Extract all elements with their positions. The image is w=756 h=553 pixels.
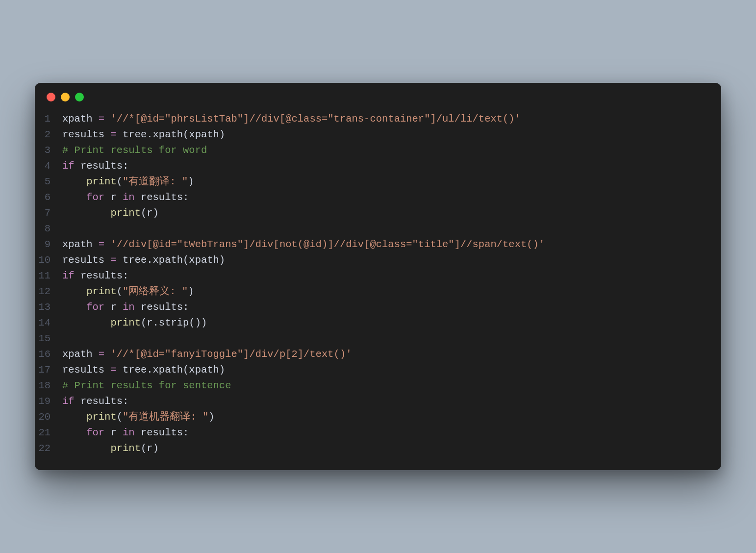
- line-content: # Print results for sentence: [62, 378, 721, 394]
- code-line: 7 print(r): [35, 205, 721, 221]
- code-line: 18# Print results for sentence: [35, 378, 721, 394]
- code-line: 21 for r in results:: [35, 425, 721, 441]
- line-content: print(r): [62, 441, 721, 456]
- line-number: 2: [35, 127, 62, 143]
- line-content: print("网络释义: "): [62, 284, 721, 300]
- line-number: 13: [35, 300, 62, 315]
- line-content: xpath = '//*[@id="phrsListTab"]//div[@cl…: [62, 111, 721, 127]
- line-content: print("有道翻译: "): [62, 174, 721, 190]
- line-content: if results:: [62, 158, 721, 174]
- code-line: 22 print(r): [35, 441, 721, 456]
- line-number: 12: [35, 284, 62, 300]
- line-number: 15: [35, 331, 62, 347]
- line-number: 3: [35, 143, 62, 158]
- line-number: 17: [35, 362, 62, 378]
- code-line: 13 for r in results:: [35, 300, 721, 315]
- code-line: 2results = tree.xpath(xpath): [35, 127, 721, 143]
- code-line: 8: [35, 221, 721, 237]
- maximize-button[interactable]: [75, 93, 84, 101]
- close-button[interactable]: [47, 93, 55, 101]
- line-number: 18: [35, 378, 62, 394]
- line-content: if results:: [62, 394, 721, 409]
- code-line: 20 print("有道机器翻译: "): [35, 409, 721, 425]
- code-line: 9xpath = '//div[@id="tWebTrans"]/div[not…: [35, 237, 721, 252]
- line-number: 19: [35, 394, 62, 409]
- line-number: 10: [35, 252, 62, 268]
- line-number: 21: [35, 425, 62, 441]
- code-line: 17results = tree.xpath(xpath): [35, 362, 721, 378]
- line-number: 1: [35, 111, 62, 127]
- code-line: 1xpath = '//*[@id="phrsListTab"]//div[@c…: [35, 111, 721, 127]
- code-line: 4if results:: [35, 158, 721, 174]
- line-content: print("有道机器翻译: "): [62, 409, 721, 425]
- line-content: xpath = '//div[@id="tWebTrans"]/div[not(…: [62, 237, 721, 252]
- line-number: 22: [35, 441, 62, 456]
- line-number: 4: [35, 158, 62, 174]
- line-content: print(r): [62, 205, 721, 221]
- code-line: 5 print("有道翻译: "): [35, 174, 721, 190]
- line-number: 11: [35, 268, 62, 284]
- code-line: 14 print(r.strip()): [35, 315, 721, 331]
- line-number: 9: [35, 237, 62, 252]
- line-content: results = tree.xpath(xpath): [62, 362, 721, 378]
- line-number: 7: [35, 205, 62, 221]
- code-line: 10results = tree.xpath(xpath): [35, 252, 721, 268]
- minimize-button[interactable]: [61, 93, 70, 101]
- line-content: results = tree.xpath(xpath): [62, 252, 721, 268]
- window-titlebar: [35, 83, 721, 105]
- code-content-area[interactable]: 1xpath = '//*[@id="phrsListTab"]//div[@c…: [35, 105, 721, 470]
- line-content: [62, 221, 721, 237]
- line-content: for r in results:: [62, 190, 721, 205]
- line-content: [62, 331, 721, 347]
- code-line: 12 print("网络释义: "): [35, 284, 721, 300]
- line-content: for r in results:: [62, 300, 721, 315]
- line-content: if results:: [62, 268, 721, 284]
- line-content: results = tree.xpath(xpath): [62, 127, 721, 143]
- code-line: 11if results:: [35, 268, 721, 284]
- code-line: 15: [35, 331, 721, 347]
- line-number: 20: [35, 409, 62, 425]
- code-line: 3# Print results for word: [35, 143, 721, 158]
- line-number: 14: [35, 315, 62, 331]
- line-content: xpath = '//*[@id="fanyiToggle"]/div/p[2]…: [62, 347, 721, 362]
- code-line: 19if results:: [35, 394, 721, 409]
- line-content: print(r.strip()): [62, 315, 721, 331]
- line-number: 6: [35, 190, 62, 205]
- line-number: 8: [35, 221, 62, 237]
- line-number: 5: [35, 174, 62, 190]
- line-content: # Print results for word: [62, 143, 721, 158]
- code-line: 16xpath = '//*[@id="fanyiToggle"]/div/p[…: [35, 347, 721, 362]
- code-line: 6 for r in results:: [35, 190, 721, 205]
- line-number: 16: [35, 347, 62, 362]
- line-content: for r in results:: [62, 425, 721, 441]
- code-editor-window: 1xpath = '//*[@id="phrsListTab"]//div[@c…: [35, 83, 721, 470]
